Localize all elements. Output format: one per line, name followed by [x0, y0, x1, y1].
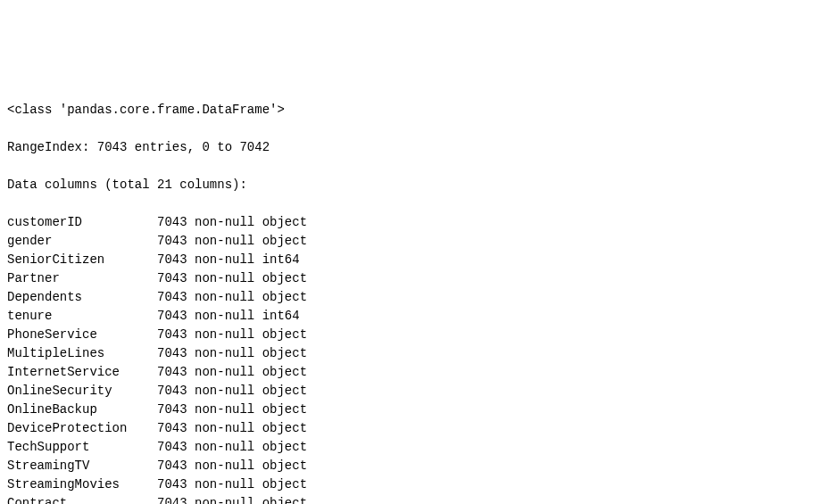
columns-list: customerID 7043 non-null objectgender 70…: [7, 213, 807, 504]
column-row: gender 7043 non-null object: [7, 232, 807, 251]
range-index-line: RangeIndex: 7043 entries, 0 to 7042: [7, 138, 807, 157]
column-row: StreamingMovies 7043 non-null object: [7, 475, 807, 494]
column-row: OnlineBackup 7043 non-null object: [7, 401, 807, 419]
column-row: customerID 7043 non-null object: [7, 213, 807, 232]
column-row: OnlineSecurity 7043 non-null object: [7, 382, 807, 401]
column-row: TechSupport 7043 non-null object: [7, 438, 807, 457]
column-row: MultipleLines 7043 non-null object: [7, 344, 807, 363]
column-row: PhoneService 7043 non-null object: [7, 326, 807, 344]
column-row: SeniorCitizen 7043 non-null int64: [7, 251, 807, 269]
column-row: StreamingTV 7043 non-null object: [7, 457, 807, 475]
column-row: Dependents 7043 non-null object: [7, 288, 807, 307]
column-row: Contract 7043 non-null object: [7, 494, 807, 504]
column-row: tenure 7043 non-null int64: [7, 307, 807, 326]
column-row: InternetService 7043 non-null object: [7, 363, 807, 382]
column-row: Partner 7043 non-null object: [7, 269, 807, 288]
data-columns-line: Data columns (total 21 columns):: [7, 176, 807, 194]
dataframe-info-output: <class 'pandas.core.frame.DataFrame'> Ra…: [7, 82, 807, 504]
column-row: DeviceProtection 7043 non-null object: [7, 419, 807, 438]
class-line: <class 'pandas.core.frame.DataFrame'>: [7, 101, 807, 120]
